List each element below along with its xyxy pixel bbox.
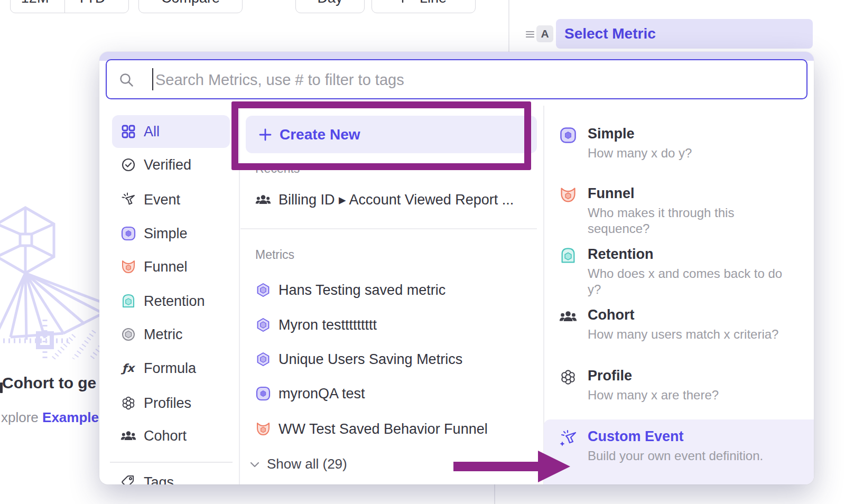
event-cursor-icon [120, 192, 136, 208]
metric-list-item[interactable]: Hans Testing saved metric [255, 275, 445, 305]
simple-metric-icon [255, 386, 271, 402]
verified-badge-icon [120, 157, 136, 173]
simple-metric-icon [120, 226, 136, 241]
metric-hexagon-icon [255, 351, 271, 367]
profiles-flower-icon [559, 368, 577, 386]
drag-handle-icon[interactable] [525, 30, 535, 39]
metric-list-item[interactable]: WW Test Saved Behavior Funnel [255, 414, 488, 444]
sidebar-item-simple[interactable]: Simple [112, 217, 230, 250]
metric-item-label: WW Test Saved Behavior Funnel [279, 421, 488, 437]
series-a-badge[interactable]: A [536, 25, 553, 42]
show-all-toggle[interactable]: Show all (29) [250, 449, 347, 479]
explore-line: xplore Example R [1, 409, 99, 428]
metric-item-label: myronQA test [279, 386, 365, 402]
day-label: Day [317, 0, 342, 6]
type-row-funnel[interactable]: Funnel Who makes it through this sequenc… [559, 185, 792, 237]
type-row-simple[interactable]: Simple How many x do y? [559, 125, 792, 161]
metric-item-label: Hans Testing saved metric [279, 282, 445, 298]
funnel-icon [255, 421, 271, 437]
type-row-custom-event[interactable]: Custom Event Build your own event defini… [559, 428, 792, 464]
formula-fx-icon: ƒx [120, 360, 136, 376]
example-link[interactable]: Example R [42, 409, 99, 425]
search-input[interactable] [154, 62, 780, 97]
line-chart-icon [401, 0, 414, 4]
date-range-segmented-control[interactable]: 12M YTD [10, 0, 129, 13]
metric-list-item[interactable]: Myron testtttttttt [255, 310, 377, 340]
sidebar-item-label: Profiles [144, 395, 191, 412]
metric-item-label: Myron testtttttttt [279, 317, 377, 333]
type-subtitle: Who makes it through this sequence? [588, 205, 792, 237]
type-subtitle: Who does x and comes back to do y? [588, 266, 792, 297]
type-title: Custom Event [588, 428, 763, 445]
select-metric-label: Select Metric [564, 25, 656, 42]
chart-type-line-button[interactable]: Line [372, 0, 476, 13]
cohort-people-icon [120, 428, 136, 444]
sidebar-item-verified[interactable]: Verified [112, 148, 230, 181]
headline-text: Cohort to ge [2, 374, 96, 391]
metric-item-label: Unique Users Saving Metrics [279, 351, 462, 368]
simple-metric-icon [559, 126, 577, 144]
svg-text:ƒx: ƒx [120, 362, 135, 375]
type-row-cohort[interactable]: Cohort How many users match x criteria? [559, 306, 792, 342]
type-subtitle: How many users match x criteria? [588, 326, 778, 342]
screen: 12M YTD Compare Day Line A Select Metric [0, 0, 854, 504]
line-label: Line [420, 0, 447, 6]
cohort-people-icon [559, 307, 577, 325]
compare-button[interactable]: Compare [138, 0, 243, 13]
sidebar-item-label: Cohort [144, 428, 187, 444]
panel-divider-top [508, 0, 509, 52]
type-subtitle: How many x do y? [588, 145, 692, 161]
type-title: Profile [588, 367, 719, 384]
recent-item-label: Billing ID ▸ Account Viewed Report ... [279, 191, 514, 208]
type-row-profile[interactable]: Profile How many x are there? [559, 367, 792, 403]
type-subtitle: Build your own event definition. [588, 448, 763, 464]
chevron-down-icon [250, 461, 259, 468]
funnel-icon [559, 186, 577, 204]
annotation-highlight-box [231, 101, 531, 170]
sidebar-item-retention[interactable]: Retention [112, 285, 230, 318]
metric-hexagon-icon [255, 282, 271, 298]
background-headline-fragment: Cohort to ge [2, 374, 99, 396]
metric-list-item[interactable]: Unique Users Saving Metrics [255, 344, 462, 374]
sidebar-item-cohort[interactable]: Cohort [112, 419, 230, 452]
compare-label: Compare [161, 0, 220, 6]
type-title: Simple [588, 125, 692, 142]
metric-hexagon-icon [120, 326, 136, 342]
metrics-heading: Metrics [255, 248, 294, 262]
sidebar-item-funnel[interactable]: Funnel [112, 250, 230, 283]
sidebar-item-metric[interactable]: Metric [112, 318, 230, 351]
select-metric-pill[interactable]: Select Metric [556, 19, 813, 49]
sidebar-item-label: Tags [144, 474, 174, 485]
sidebar-item-label: Metric [144, 326, 183, 343]
chevron-down-icon [110, 0, 117, 1]
annotation-arrow [453, 451, 571, 482]
range-12m-label: 12M [21, 0, 49, 6]
type-title: Funnel [588, 185, 792, 202]
retention-icon [120, 293, 136, 309]
sidebar-item-all[interactable]: All [112, 115, 230, 148]
sidebar-item-tags[interactable]: Tags [112, 466, 230, 484]
sidebar-item-label: Funnel [144, 259, 188, 275]
sidebar-item-profiles[interactable]: Profiles [112, 387, 230, 419]
sidebar-item-label: Verified [144, 157, 191, 173]
profiles-flower-icon [120, 395, 136, 411]
funnel-icon [120, 259, 136, 275]
type-row-retention[interactable]: Retention Who does x and comes back to d… [559, 246, 792, 297]
granularity-day-button[interactable]: Day [295, 0, 365, 13]
sidebar-item-formula[interactable]: ƒx Formula [112, 352, 230, 385]
sidebar-item-label: Retention [144, 293, 205, 310]
sidebar-item-label: Formula [144, 360, 196, 377]
grid-icon [120, 124, 136, 139]
range-ytd-label: YTD [77, 0, 106, 6]
recent-item-row[interactable]: Billing ID ▸ Account Viewed Report ... [255, 185, 514, 214]
text-caret [152, 68, 153, 90]
cohort-people-icon [255, 192, 271, 208]
show-all-label: Show all (29) [267, 456, 347, 472]
sidebar-item-event[interactable]: Event [112, 183, 230, 216]
type-subtitle: How many x are there? [588, 387, 719, 403]
type-title: Retention [588, 246, 792, 263]
range-12m-button[interactable]: 12M [11, 0, 59, 13]
metric-list-item[interactable]: myronQA test [255, 379, 365, 408]
range-ytd-button[interactable]: YTD [64, 0, 128, 13]
sidebar-item-label: Simple [144, 226, 188, 242]
